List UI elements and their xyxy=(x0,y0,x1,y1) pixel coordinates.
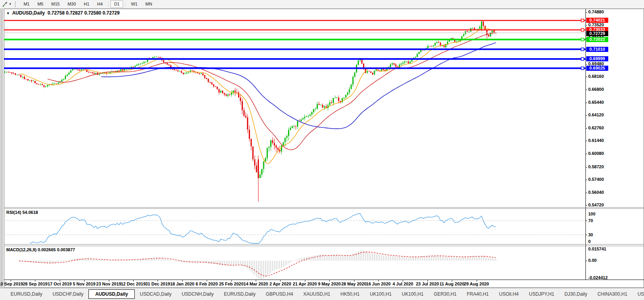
level-price-badge: 0.69025 xyxy=(586,66,608,71)
chart-tab-eurusd-daily[interactable]: EURUSD,Daily xyxy=(6,290,48,298)
timeframe-button-M15[interactable]: M15 xyxy=(48,0,63,8)
level-price-badge: 0.72022 xyxy=(586,37,608,42)
timeframe-button-H1[interactable]: H1 xyxy=(80,0,93,8)
rsi-macd-splitter[interactable] xyxy=(4,244,644,245)
toolbar-separator xyxy=(108,1,108,7)
rsi-axis-label: 100 xyxy=(588,212,595,216)
chart-tab-fra40-h1[interactable]: FRA40,H1 xyxy=(462,290,494,298)
timeframe-button-H4[interactable]: H4 xyxy=(94,0,106,8)
price-tick xyxy=(585,77,587,77)
timeframe-button-D1[interactable]: D1 xyxy=(110,0,123,8)
date-label: 11 Aug 2020 xyxy=(440,282,464,286)
level-handle[interactable] xyxy=(581,57,584,60)
symbol-dropdown-caret-icon[interactable]: ▼ xyxy=(6,11,10,15)
rsi-axis-label: 70 xyxy=(588,218,593,223)
date-label: 16 Jun 2020 xyxy=(366,282,391,286)
chart-tab-usoil-h4[interactable]: USOil,H4 xyxy=(494,290,524,298)
chart-tab-usoil-h1[interactable]: USOil,H1 xyxy=(633,290,644,298)
date-label: 2 Apr 2020 xyxy=(270,282,291,286)
date-label: 12 Dec 2019 xyxy=(121,282,146,286)
level-handle[interactable] xyxy=(581,67,584,70)
chart-ohlc-values: 0.72758 0.72827 0.72580 0.72729 xyxy=(48,10,120,16)
level-price-badge: 0.74021 xyxy=(586,18,608,23)
price-tick xyxy=(585,103,587,103)
chart-tab-china300-h1[interactable]: CHINA300,H1 xyxy=(593,290,633,298)
chart-tab-usdcad-daily[interactable]: USDCAD,Daily xyxy=(135,290,177,298)
chart-tab-dj30-daily[interactable]: DJ30,Daily xyxy=(560,290,593,298)
price-tick xyxy=(585,128,587,129)
date-label: 14 Mar 2020 xyxy=(244,282,268,286)
main-price-chart[interactable] xyxy=(4,9,585,207)
date-label: 25 Feb 2020 xyxy=(219,282,243,286)
level-handle[interactable] xyxy=(581,19,584,22)
macd-indicator-chart[interactable] xyxy=(4,246,585,280)
date-label: 4 Jul 2020 xyxy=(393,282,413,286)
price-tick-label: 0.62760 xyxy=(588,125,604,130)
toolbar-grip-handle[interactable] xyxy=(15,2,17,7)
level-handle[interactable] xyxy=(581,38,584,41)
price-tick-label: 0.65440 xyxy=(588,100,604,105)
chart-tab-usdchf-daily[interactable]: USDCHF,Daily xyxy=(48,290,89,298)
toolbar: ▼ M1M5M15M30H1H4D1W1MN xyxy=(0,0,644,9)
chart-tab-ger30-h1[interactable]: GER30,H1 xyxy=(429,290,462,298)
left-splitter[interactable] xyxy=(0,9,4,288)
price-tick xyxy=(585,193,587,193)
date-label: 10 Sep 2019 xyxy=(0,282,23,286)
date-label: 29 Aug 2020 xyxy=(464,282,489,286)
main-rsi-splitter[interactable] xyxy=(4,207,644,208)
price-tick-label: 0.64120 xyxy=(588,112,604,117)
rsi-tick xyxy=(585,235,587,235)
chart-tool-icon[interactable] xyxy=(2,1,9,7)
mt4-terminal: ▼ M1M5M15M30H1H4D1W1MN ▼AUDUSD,Daily 0.7… xyxy=(0,0,644,300)
date-label: 28 Sep 2019 xyxy=(23,282,48,286)
timeframe-button-MN[interactable]: MN xyxy=(142,0,156,8)
chart-tab-hk50-h1[interactable]: HK50,H1 xyxy=(336,290,365,298)
rsi-tick xyxy=(585,221,587,221)
toolbar-separator xyxy=(125,1,125,7)
date-label: 17 Oct 2019 xyxy=(48,282,72,286)
macd-label: MACD(12,26,9) 0.002665 0.003877 xyxy=(6,247,75,252)
chart-tab-uk100-h1[interactable]: UK100,H1 xyxy=(365,290,396,298)
date-label: 23 Jul 2020 xyxy=(416,282,439,286)
price-tick-label: 0.74880 xyxy=(588,9,604,14)
date-label: 6 Feb 2020 xyxy=(196,282,218,286)
timeframe-button-M30[interactable]: M30 xyxy=(64,0,79,8)
chart-tab-eurusd-daily[interactable]: EURUSD,Daily xyxy=(219,290,261,298)
date-label: 21 Apr 2020 xyxy=(293,282,317,286)
moving-average-10 xyxy=(21,28,496,163)
price-tick xyxy=(585,115,587,116)
tool-dropdown-caret-icon[interactable]: ▼ xyxy=(9,2,12,6)
price-tick-label: 0.58720 xyxy=(588,164,604,169)
level-handle[interactable] xyxy=(581,28,584,31)
rsi-line xyxy=(30,213,496,243)
price-tick-label: 0.56040 xyxy=(588,190,604,195)
price-tick-label: 0.66800 xyxy=(588,87,604,92)
level-handle[interactable] xyxy=(581,48,584,51)
chart-tab-audusd-daily[interactable]: AUDUSD,Daily xyxy=(88,289,134,299)
macd-signal-line xyxy=(19,252,496,276)
price-tick xyxy=(585,167,587,167)
chart-tab-xauusd-h1[interactable]: XAUUSD,H1 xyxy=(298,290,336,298)
timeframe-button-W1[interactable]: W1 xyxy=(127,0,141,8)
rsi-indicator-chart[interactable] xyxy=(4,209,585,244)
price-tick xyxy=(585,205,587,206)
date-label: 31 Dec 2019 xyxy=(145,282,170,286)
chart-tab-usdcnh-daily[interactable]: USDCNH,Daily xyxy=(176,290,218,298)
chart-tab-bar: EURUSD,DailyUSDCHF,DailyAUDUSD,DailyUSDC… xyxy=(0,288,644,300)
level-price-badge: 0.71010 xyxy=(586,47,608,52)
price-tick xyxy=(585,12,587,13)
date-label: 9 May 2020 xyxy=(318,282,341,286)
chart-tab-gbpusd-h4[interactable]: GBPUSD,H4 xyxy=(261,290,298,298)
price-tick-label: 0.60080 xyxy=(588,151,604,156)
price-tick xyxy=(585,64,587,64)
price-tick-label: 0.57400 xyxy=(588,177,604,182)
price-tick xyxy=(585,90,587,90)
timeframe-button-M1[interactable]: M1 xyxy=(20,0,33,8)
chart-tab-uk100-h1[interactable]: UK100,H1 xyxy=(397,290,429,298)
price-tick xyxy=(585,141,587,141)
timeframe-button-M5[interactable]: M5 xyxy=(34,0,47,8)
level-price-badge: 0.69999 xyxy=(586,56,608,61)
timeframe-buttons: M1M5M15M30H1H4D1W1MN xyxy=(20,0,156,8)
date-label: 28 May 2020 xyxy=(341,282,366,286)
chart-tab-usdjpy-h1[interactable]: USDJPY,H1 xyxy=(524,290,559,298)
